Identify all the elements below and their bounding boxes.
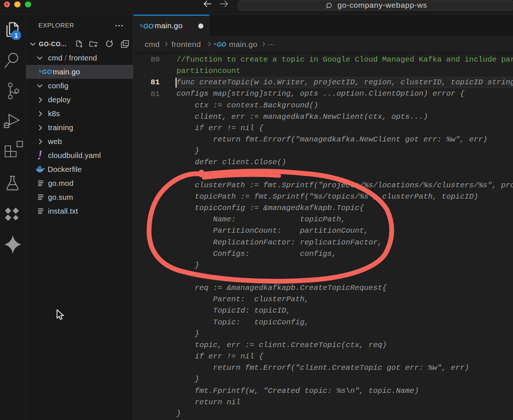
svg-text:GO: GO xyxy=(42,69,52,75)
svg-text:GO: GO xyxy=(143,23,154,30)
svg-text:1: 1 xyxy=(14,32,18,39)
svg-text:GO: GO xyxy=(217,41,226,48)
